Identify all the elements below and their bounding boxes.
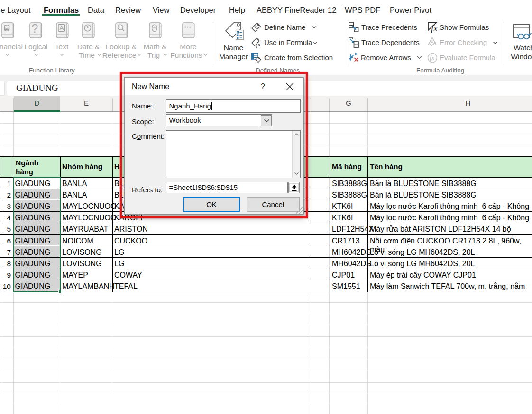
svg-text:fx: fx: [431, 23, 438, 33]
svg-text:fx: fx: [430, 54, 435, 62]
svg-text:A: A: [59, 24, 64, 32]
svg-text:fx: fx: [256, 41, 261, 48]
svg-text:?: ?: [32, 22, 38, 35]
